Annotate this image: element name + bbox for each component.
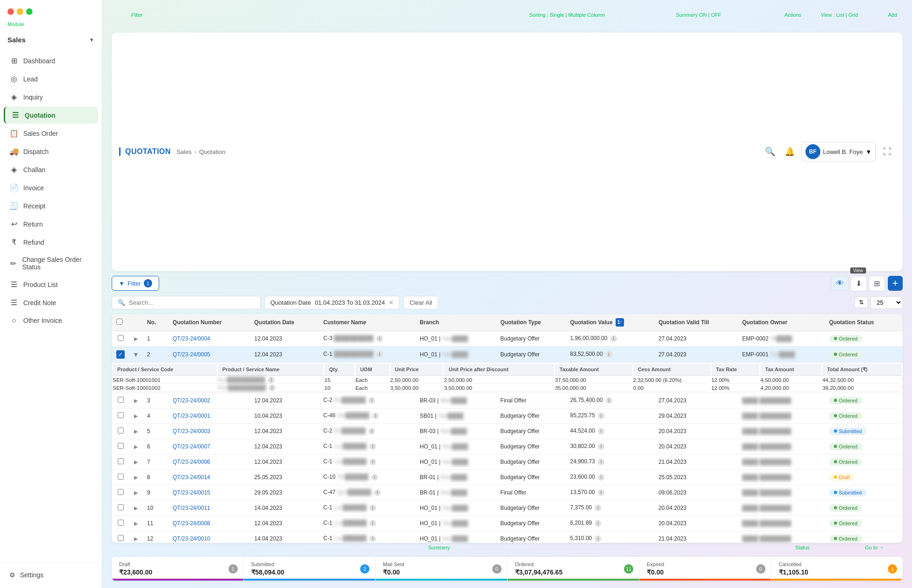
expand-chevron[interactable]: ▶: [134, 398, 138, 403]
date-filter: Quotation Date 01.04.2023 To 31.03.2024 …: [264, 296, 400, 309]
select-all-checkbox[interactable]: [116, 319, 122, 325]
sort-options-button[interactable]: ⇅: [855, 297, 868, 308]
info-icon[interactable]: i: [369, 443, 376, 450]
settings-item[interactable]: ⚙ Settings: [7, 568, 94, 582]
sidebar-item-challan[interactable]: ◈ Challan: [4, 161, 98, 178]
sidebar-item-refund[interactable]: ₹ Refund: [4, 234, 98, 251]
expand-chevron[interactable]: ▶: [134, 428, 138, 434]
search-input[interactable]: [129, 299, 255, 306]
expand-chevron[interactable]: ▶: [134, 474, 138, 480]
info-icon[interactable]: i: [369, 397, 375, 404]
date-filter-clear[interactable]: ✕: [389, 299, 394, 306]
info-icon[interactable]: i: [369, 505, 376, 511]
sidebar-item-quotation[interactable]: ☰ Quotation: [4, 107, 98, 124]
col-owner[interactable]: Quotation Owner: [738, 314, 825, 331]
col-quotation-date[interactable]: Quotation Date: [249, 314, 318, 331]
info-icon[interactable]: i: [598, 459, 604, 465]
info-icon[interactable]: i: [606, 351, 612, 358]
expand-chevron[interactable]: ▶: [133, 353, 139, 356]
col-status[interactable]: Quotation Status: [825, 314, 903, 331]
receipt-icon: 🧾: [9, 201, 19, 210]
row-quotation-number[interactable]: QT/23-24/0004: [168, 331, 249, 346]
sidebar-item-sales-order[interactable]: 📋 Sales Order: [4, 125, 98, 142]
info-icon[interactable]: i: [598, 489, 604, 496]
info-icon[interactable]: i: [595, 535, 601, 542]
sidebar-item-dispatch[interactable]: 🚚 Dispatch: [4, 143, 98, 160]
sub-table: Product / Service Code Product / Service…: [112, 363, 903, 393]
product-list-icon: ☰: [9, 280, 19, 289]
expand-chevron[interactable]: ▶: [134, 459, 138, 465]
expand-chevron[interactable]: ▶: [134, 505, 138, 511]
sidebar-item-label: Inquiry: [23, 94, 43, 101]
info-icon[interactable]: i: [371, 474, 378, 481]
toolbar: ▼ Filter 1 View 👁 ⬇ ⊞ +: [112, 276, 903, 291]
col-quotation-value[interactable]: Quotation Value 1↑: [565, 314, 654, 331]
info-icon[interactable]: i: [374, 489, 381, 496]
info-icon[interactable]: i: [595, 520, 601, 527]
fullscreen-button[interactable]: ⛶: [879, 144, 895, 160]
user-dropdown[interactable]: BF Lowell B. Foye ▼: [801, 142, 876, 161]
row-checkbox-2: ✓: [112, 346, 129, 362]
sub-col-taxable: Taxable Amount: [555, 364, 632, 376]
maximize-button[interactable]: [26, 8, 33, 15]
sidebar-item-lead[interactable]: ◎ Lead: [4, 70, 98, 87]
info-icon[interactable]: i: [598, 413, 604, 419]
filter-button[interactable]: ▼ Filter 1: [112, 276, 159, 291]
row-quotation-number[interactable]: QT/23-24/0005: [168, 346, 249, 362]
info-icon[interactable]: i: [610, 335, 617, 342]
col-branch[interactable]: Branch: [415, 314, 496, 331]
summary-cancelled-label: Cancelled: [779, 561, 896, 567]
minimize-button[interactable]: [17, 8, 23, 15]
breadcrumb-sales: Sales: [176, 148, 192, 155]
info-icon[interactable]: i: [376, 335, 383, 342]
add-button[interactable]: +: [888, 276, 903, 291]
expand-chevron[interactable]: ▶: [134, 444, 138, 449]
sidebar-item-product-list[interactable]: ☰ Product List: [4, 276, 98, 293]
info-icon[interactable]: i: [598, 428, 604, 434]
info-icon[interactable]: i: [369, 459, 376, 465]
per-page-select[interactable]: 25: [871, 296, 903, 309]
expand-chevron[interactable]: ▶: [134, 536, 138, 541]
col-valid-till[interactable]: Quotation Valid Till: [654, 314, 738, 331]
page-header: QUOTATION Sales › Quotation 🔍 🔔 BF Lowel…: [112, 33, 903, 271]
expand-chevron[interactable]: ▶: [134, 413, 138, 419]
info-icon[interactable]: i: [369, 428, 375, 434]
info-icon[interactable]: i: [595, 505, 601, 511]
sidebar-item-label: Invoice: [23, 184, 44, 192]
view-download-button[interactable]: ⬇: [851, 276, 867, 291]
sidebar-item-inquiry[interactable]: ◈ Inquiry: [4, 88, 98, 106]
notification-button[interactable]: 🔔: [782, 144, 798, 160]
col-customer-name[interactable]: Customer Name: [319, 314, 415, 331]
checked-icon[interactable]: ✓: [116, 350, 125, 359]
info-icon[interactable]: i: [376, 351, 383, 358]
clear-all-button[interactable]: Clear All: [403, 296, 438, 309]
expand-chevron[interactable]: ▶: [134, 336, 138, 341]
info-icon[interactable]: i: [369, 535, 376, 542]
info-icon[interactable]: i: [598, 443, 604, 450]
info-icon[interactable]: i: [369, 520, 376, 527]
sub-row-tax-amount: 4,20,000.00: [760, 385, 821, 392]
expand-chevron[interactable]: ▶: [134, 490, 138, 495]
info-icon[interactable]: i: [598, 474, 604, 481]
sidebar-item-change-sales-order[interactable]: ✏ Change Sales Order Status: [4, 252, 98, 275]
view-grid-button[interactable]: ⊞: [869, 276, 885, 291]
sidebar-item-dashboard[interactable]: ⊞ Dashboard: [4, 52, 98, 69]
view-options-group: View 👁 ⬇ ⊞: [831, 276, 885, 291]
sidebar-item-credit-note[interactable]: ☰ Credit Note: [4, 294, 98, 311]
close-button[interactable]: [7, 8, 14, 15]
sidebar-dropdown-icon[interactable]: ▼: [89, 37, 94, 43]
sidebar-item-other-invoice[interactable]: ○ Other Invoice: [4, 312, 98, 329]
sidebar-item-invoice[interactable]: 📄 Invoice: [4, 179, 98, 196]
search-button[interactable]: 🔍: [762, 144, 778, 160]
expand-chevron[interactable]: ▶: [134, 521, 138, 526]
col-quotation-type[interactable]: Quotation Type: [496, 314, 565, 331]
info-icon[interactable]: i: [606, 397, 612, 404]
info-icon[interactable]: i: [269, 385, 275, 391]
col-quotation-number[interactable]: Quotation Number: [168, 314, 249, 331]
info-icon[interactable]: i: [372, 413, 379, 419]
view-eye-button[interactable]: 👁: [831, 276, 849, 291]
sidebar-item-return[interactable]: ↩ Return: [4, 215, 98, 233]
sidebar-item-receipt[interactable]: 🧾 Receipt: [4, 197, 98, 214]
info-icon[interactable]: i: [268, 377, 275, 383]
search-icon: 🔍: [118, 299, 125, 306]
